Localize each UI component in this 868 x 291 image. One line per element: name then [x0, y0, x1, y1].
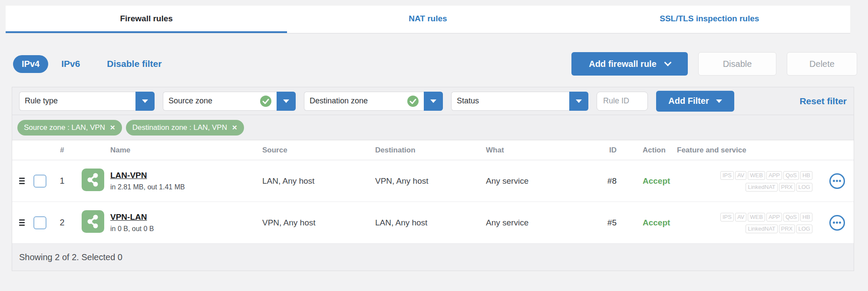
feature-badge: HB	[800, 171, 812, 180]
header-name: Name	[110, 146, 262, 155]
add-firewall-rule-label: Add firewall rule	[589, 59, 657, 69]
rule-action: Accept	[623, 218, 677, 228]
rule-name-link[interactable]: VPN-LAN	[110, 212, 147, 222]
source-zone-field: Source zone	[163, 92, 277, 111]
caret-down-icon	[142, 99, 148, 103]
caret-down-icon	[430, 99, 436, 103]
rule-what: Any service	[486, 176, 586, 186]
rule-type-caret-button[interactable]	[135, 92, 155, 111]
feature-badge: APP	[766, 171, 782, 180]
feature-badge: AV	[735, 213, 746, 222]
filter-row: Rule type Source zone Destination zone	[12, 87, 854, 115]
source-zone-filter-chip[interactable]: Source zone : LAN, VPN ✕	[17, 120, 122, 136]
rule-destination: VPN, Any host	[375, 176, 486, 186]
status-caret-button[interactable]	[569, 92, 588, 111]
status-label: Status	[457, 96, 479, 106]
rule-traffic: in 0 B, out 0 B	[110, 225, 262, 233]
feature-badge: APP	[766, 213, 782, 222]
ellipsis-icon	[839, 222, 841, 224]
drag-handle-icon[interactable]	[19, 178, 28, 184]
destination-zone-dropdown[interactable]: Destination zone	[304, 92, 443, 111]
status-field: Status	[451, 92, 569, 111]
tab-nat-rules[interactable]: NAT rules	[287, 6, 568, 33]
caret-down-icon	[716, 99, 722, 103]
feature-badge: AV	[735, 171, 746, 180]
rules-tab-bar: Firewall rules NAT rules SSL/TLS inspect…	[6, 6, 850, 33]
rule-source: LAN, Any host	[262, 176, 375, 186]
destination-zone-filter-chip[interactable]: Destination zone : LAN, VPN ✕	[126, 120, 244, 136]
header-destination: Destination	[375, 146, 486, 155]
add-firewall-rule-button[interactable]: Add firewall rule	[571, 52, 688, 76]
filter-active-check-icon	[407, 96, 419, 107]
caret-down-icon	[576, 99, 582, 103]
chip-label: Destination zone : LAN, VPN	[132, 123, 227, 132]
rule-type-field: Rule type	[19, 92, 135, 111]
feature-badge: LOG	[796, 225, 812, 233]
ellipsis-icon	[836, 222, 838, 224]
ipv6-toggle[interactable]: IPv6	[61, 59, 80, 69]
chevron-down-icon	[664, 59, 671, 66]
rule-source: VPN, Any host	[262, 218, 375, 228]
rule-name-link[interactable]: LAN-VPN	[110, 171, 147, 180]
rule-type-dropdown[interactable]: Rule type	[19, 92, 155, 111]
source-zone-label: Source zone	[168, 96, 212, 106]
row-number: 1	[52, 176, 72, 186]
rule-id: #8	[586, 176, 623, 186]
feature-badge: QoS	[783, 171, 799, 180]
row-checkbox[interactable]	[33, 175, 46, 188]
rule-what: Any service	[486, 218, 586, 228]
tab-ssl-tls-inspection-rules[interactable]: SSL/TLS inspection rules	[569, 6, 850, 33]
feature-badge: LinkedNAT	[746, 225, 777, 233]
header-number: #	[52, 146, 72, 155]
feature-badge: LinkedNAT	[746, 183, 777, 192]
feature-badge: HB	[800, 213, 812, 222]
rule-action: Accept	[623, 176, 677, 186]
row-number: 2	[52, 218, 72, 228]
table-row: 2 VPN-LAN in 0 B, out 0 B VPN, Any host …	[12, 202, 854, 244]
feature-badge: QoS	[783, 213, 799, 222]
remove-chip-icon[interactable]: ✕	[110, 124, 116, 131]
feature-badge: WEB	[748, 171, 765, 180]
status-dropdown[interactable]: Status	[451, 92, 588, 111]
disable-filter-link[interactable]: Disable filter	[107, 59, 162, 69]
rule-id: #5	[586, 218, 623, 228]
disable-button[interactable]: Disable	[698, 52, 776, 76]
destination-zone-field: Destination zone	[304, 92, 424, 111]
tab-firewall-rules[interactable]: Firewall rules	[6, 6, 287, 33]
rule-id-input[interactable]	[597, 92, 648, 111]
remove-chip-icon[interactable]: ✕	[232, 124, 238, 131]
source-zone-caret-button[interactable]	[277, 92, 296, 111]
table-footer: Showing 2 of 2. Selected 0	[12, 244, 854, 271]
feature-badge: PRX	[779, 183, 795, 192]
header-feature-and-service: Feature and service	[677, 146, 820, 155]
firewall-rules-panel: Rule type Source zone Destination zone	[12, 87, 854, 271]
ellipsis-icon	[836, 180, 838, 182]
filter-active-check-icon	[260, 96, 271, 107]
header-action: Action	[623, 146, 677, 155]
row-checkbox[interactable]	[33, 216, 46, 229]
reset-filter-link[interactable]: Reset filter	[799, 96, 847, 106]
drag-handle-icon[interactable]	[19, 219, 28, 226]
feature-badge: IPS	[720, 213, 734, 222]
add-filter-button[interactable]: Add Filter	[656, 91, 734, 112]
toolbar: IPv4 IPv6 Disable filter Add firewall ru…	[13, 51, 857, 76]
rule-type-label: Rule type	[25, 96, 58, 106]
destination-zone-caret-button[interactable]	[424, 92, 443, 111]
network-rule-share-icon[interactable]	[82, 210, 104, 233]
delete-button[interactable]: Delete	[787, 52, 857, 76]
row-menu-button[interactable]	[829, 173, 845, 189]
row-menu-button[interactable]	[829, 215, 845, 231]
table-row: 1 LAN-VPN in 2.81 MB, out 1.41 MB LAN, A…	[12, 160, 854, 202]
ellipsis-icon	[833, 222, 835, 224]
ipv4-toggle[interactable]: IPv4	[13, 55, 48, 73]
add-filter-label: Add Filter	[668, 96, 709, 106]
feature-badge: PRX	[779, 225, 795, 233]
source-zone-dropdown[interactable]: Source zone	[163, 92, 296, 111]
header-what: What	[486, 146, 586, 155]
network-rule-share-icon[interactable]	[82, 169, 104, 191]
feature-badge: IPS	[720, 171, 734, 180]
feature-badges: IPSAVWEBAPPQoSHB LinkedNATPRXLOG	[677, 211, 820, 235]
header-id: ID	[586, 146, 623, 155]
ellipsis-icon	[839, 180, 841, 182]
feature-badge: WEB	[748, 213, 765, 222]
